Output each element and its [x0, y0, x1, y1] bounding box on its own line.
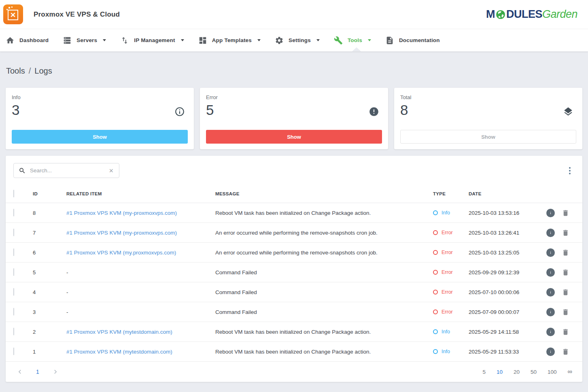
row-details-button[interactable]: [546, 209, 555, 217]
info-outline-icon: [174, 106, 185, 117]
breadcrumb-separator: /: [29, 66, 31, 75]
home-icon: [6, 36, 15, 45]
clear-search-icon[interactable]: ×: [107, 166, 115, 175]
related-item-link[interactable]: #1 Proxmox VPS KVM (my-proxmoxvps.com): [66, 230, 177, 236]
log-message: Command Failed: [215, 289, 433, 295]
nav-item-app-templates[interactable]: App Templates: [198, 36, 261, 45]
page-size-10[interactable]: 10: [497, 369, 503, 375]
table-row: 4 - Command Failed Error 2025-07-10 00:0…: [6, 282, 582, 302]
nav-item-settings[interactable]: Settings: [275, 36, 320, 45]
log-date: 2025-09-29 09:12:39: [469, 269, 536, 275]
row-details-button[interactable]: [546, 328, 555, 336]
delete-row-button[interactable]: [562, 269, 569, 276]
select-all-checkbox[interactable]: [13, 190, 14, 197]
row-details-button[interactable]: [546, 268, 555, 277]
delete-row-button[interactable]: [562, 328, 569, 336]
show-info-logs-button[interactable]: Show: [12, 130, 188, 144]
chevron-down-icon: [316, 39, 320, 41]
type-ring-icon: [433, 290, 438, 295]
delete-row-button[interactable]: [562, 229, 569, 237]
table-options-kebab-icon[interactable]: [567, 164, 573, 177]
page-size-20[interactable]: 20: [514, 369, 520, 375]
previous-page-icon[interactable]: [13, 368, 26, 376]
row-details-button[interactable]: [546, 229, 555, 237]
column-header-message[interactable]: MESSAGE: [215, 191, 433, 196]
row-checkbox[interactable]: [13, 328, 14, 335]
nav-item-dashboard[interactable]: Dashboard: [6, 36, 49, 45]
log-id: 8: [33, 210, 66, 216]
pagination: 1 5 10 20 50 100 ∞: [6, 362, 582, 382]
card-value: 3: [12, 102, 188, 118]
servers-icon: [63, 36, 72, 45]
related-item-link[interactable]: #1 Proxmox VPS KVM (mytestdomain.com): [66, 329, 172, 335]
row-checkbox[interactable]: [13, 288, 14, 296]
search-icon: [19, 167, 26, 174]
row-details-button[interactable]: [546, 308, 555, 316]
row-checkbox[interactable]: [13, 268, 14, 276]
card-value: 8: [400, 102, 576, 118]
type-ring-icon: [433, 309, 438, 314]
nav-item-servers[interactable]: Servers: [63, 36, 106, 45]
column-header-type[interactable]: TYPE: [433, 191, 469, 196]
nav-label: Settings: [289, 37, 311, 43]
next-page-icon[interactable]: [49, 368, 62, 376]
nav-item-ip-management[interactable]: IP Management: [120, 36, 184, 45]
nav-label: App Templates: [212, 37, 252, 43]
log-type: Info: [442, 210, 450, 216]
row-details-button[interactable]: [546, 248, 555, 257]
table-row: 6 #1 Proxmox VPS KVM (my.proxmoxvps.com)…: [6, 243, 582, 263]
page-size-50[interactable]: 50: [531, 369, 537, 375]
show-error-logs-button[interactable]: Show: [206, 130, 382, 144]
brand-part-3: Garden: [542, 8, 577, 21]
related-item-link[interactable]: #1 Proxmox VPS KVM (my-proxmoxvps.com): [66, 210, 177, 216]
page-size-100[interactable]: 100: [548, 369, 557, 375]
page-size-all-icon[interactable]: ∞: [568, 368, 572, 375]
related-item-link[interactable]: #1 Proxmox VPS KVM (my.proxmoxvps.com): [66, 250, 176, 256]
nav-item-tools[interactable]: Tools: [334, 36, 371, 45]
table-toolbar: ×: [6, 156, 582, 185]
breadcrumb: Tools/Logs: [6, 66, 582, 76]
delete-row-button[interactable]: [562, 288, 569, 296]
log-message: Reboot VM task has been initialized on C…: [215, 329, 433, 335]
column-header-id[interactable]: ID: [33, 191, 66, 196]
search-input[interactable]: [30, 167, 107, 174]
delete-row-button[interactable]: [562, 249, 569, 256]
brand-part-1: M: [486, 8, 495, 21]
show-total-logs-button: Show: [400, 130, 576, 144]
row-checkbox[interactable]: [13, 229, 14, 236]
column-header-date[interactable]: DATE: [469, 191, 536, 196]
log-id: 3: [33, 309, 66, 315]
row-checkbox[interactable]: [13, 248, 14, 256]
type-ring-icon: [433, 270, 438, 275]
delete-row-button[interactable]: [562, 209, 569, 217]
log-type: Error: [442, 309, 453, 315]
log-id: 1: [33, 349, 66, 355]
nav-item-documentation[interactable]: Documentation: [385, 36, 440, 45]
logo-x-glyph: ✕: [8, 10, 18, 20]
type-ring-icon: [433, 210, 438, 215]
log-date: 2025-10-03 13:26:41: [469, 230, 536, 236]
log-message: Command Failed: [215, 269, 433, 275]
row-details-button[interactable]: [546, 348, 555, 356]
nav-label: Dashboard: [19, 37, 49, 43]
delete-row-button[interactable]: [562, 348, 569, 356]
breadcrumb-section[interactable]: Tools: [6, 66, 25, 75]
error-circle-icon: [369, 106, 379, 117]
document-icon: [385, 36, 394, 45]
chevron-down-icon: [103, 39, 106, 41]
column-header-related-item[interactable]: RELATED ITEM: [66, 191, 215, 196]
row-checkbox[interactable]: [13, 348, 14, 355]
related-item-link: -: [66, 289, 68, 295]
page-size-5[interactable]: 5: [482, 369, 486, 375]
page-number[interactable]: 1: [36, 369, 39, 375]
row-details-button[interactable]: [546, 288, 555, 297]
log-date: 2025-07-09 00:00:07: [469, 309, 536, 315]
related-item-link[interactable]: #1 Proxmox VPS KVM (mytestdomain.com): [66, 349, 172, 355]
app-header: ✕ Proxmox VE VPS & Cloud M DULES Garden: [0, 0, 588, 29]
layers-icon: [563, 106, 573, 117]
log-date: 2025-05-29 14:11:58: [469, 329, 536, 335]
delete-row-button[interactable]: [562, 308, 569, 316]
row-checkbox[interactable]: [13, 308, 14, 316]
log-id: 5: [33, 269, 66, 275]
row-checkbox[interactable]: [13, 209, 14, 216]
